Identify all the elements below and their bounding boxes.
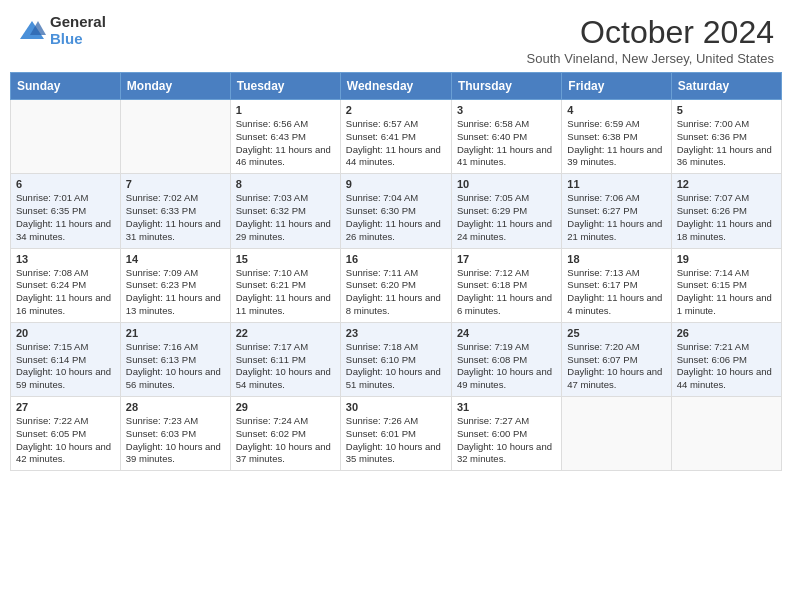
day-number: 16 [346,253,446,265]
calendar-cell: 10Sunrise: 7:05 AMSunset: 6:29 PMDayligh… [451,174,561,248]
day-number: 15 [236,253,335,265]
calendar-cell: 3Sunrise: 6:58 AMSunset: 6:40 PMDaylight… [451,100,561,174]
calendar-cell: 20Sunrise: 7:15 AMSunset: 6:14 PMDayligh… [11,322,121,396]
day-number: 14 [126,253,225,265]
month-title: October 2024 [527,14,774,51]
day-number: 20 [16,327,115,339]
calendar-cell [120,100,230,174]
day-number: 13 [16,253,115,265]
weekday-header-wednesday: Wednesday [340,73,451,100]
calendar-cell: 28Sunrise: 7:23 AMSunset: 6:03 PMDayligh… [120,397,230,471]
calendar-cell: 11Sunrise: 7:06 AMSunset: 6:27 PMDayligh… [562,174,671,248]
weekday-header-thursday: Thursday [451,73,561,100]
cell-info: Sunrise: 6:59 AMSunset: 6:38 PMDaylight:… [567,118,662,167]
calendar-cell: 19Sunrise: 7:14 AMSunset: 6:15 PMDayligh… [671,248,781,322]
day-number: 26 [677,327,776,339]
calendar-cell: 5Sunrise: 7:00 AMSunset: 6:36 PMDaylight… [671,100,781,174]
weekday-header-monday: Monday [120,73,230,100]
logo-general: General [50,14,106,31]
cell-info: Sunrise: 7:13 AMSunset: 6:17 PMDaylight:… [567,267,662,316]
weekday-header-row: SundayMondayTuesdayWednesdayThursdayFrid… [11,73,782,100]
calendar-cell: 30Sunrise: 7:26 AMSunset: 6:01 PMDayligh… [340,397,451,471]
calendar-header: SundayMondayTuesdayWednesdayThursdayFrid… [11,73,782,100]
location: South Vineland, New Jersey, United State… [527,51,774,66]
calendar-cell: 21Sunrise: 7:16 AMSunset: 6:13 PMDayligh… [120,322,230,396]
page-header: General Blue October 2024 South Vineland… [0,0,792,72]
calendar-cell: 29Sunrise: 7:24 AMSunset: 6:02 PMDayligh… [230,397,340,471]
logo-icon [18,17,46,45]
day-number: 21 [126,327,225,339]
calendar-body: 1Sunrise: 6:56 AMSunset: 6:43 PMDaylight… [11,100,782,471]
week-row-1: 1Sunrise: 6:56 AMSunset: 6:43 PMDaylight… [11,100,782,174]
day-number: 31 [457,401,556,413]
weekday-header-sunday: Sunday [11,73,121,100]
day-number: 27 [16,401,115,413]
day-number: 28 [126,401,225,413]
day-number: 10 [457,178,556,190]
calendar-cell: 13Sunrise: 7:08 AMSunset: 6:24 PMDayligh… [11,248,121,322]
cell-info: Sunrise: 7:16 AMSunset: 6:13 PMDaylight:… [126,341,221,390]
cell-info: Sunrise: 7:26 AMSunset: 6:01 PMDaylight:… [346,415,441,464]
calendar-cell: 23Sunrise: 7:18 AMSunset: 6:10 PMDayligh… [340,322,451,396]
weekday-header-tuesday: Tuesday [230,73,340,100]
day-number: 6 [16,178,115,190]
week-row-2: 6Sunrise: 7:01 AMSunset: 6:35 PMDaylight… [11,174,782,248]
week-row-5: 27Sunrise: 7:22 AMSunset: 6:05 PMDayligh… [11,397,782,471]
day-number: 5 [677,104,776,116]
calendar-cell: 12Sunrise: 7:07 AMSunset: 6:26 PMDayligh… [671,174,781,248]
cell-info: Sunrise: 7:11 AMSunset: 6:20 PMDaylight:… [346,267,441,316]
cell-info: Sunrise: 6:56 AMSunset: 6:43 PMDaylight:… [236,118,331,167]
calendar-container: SundayMondayTuesdayWednesdayThursdayFrid… [0,72,792,481]
day-number: 24 [457,327,556,339]
cell-info: Sunrise: 6:57 AMSunset: 6:41 PMDaylight:… [346,118,441,167]
week-row-3: 13Sunrise: 7:08 AMSunset: 6:24 PMDayligh… [11,248,782,322]
calendar-table: SundayMondayTuesdayWednesdayThursdayFrid… [10,72,782,471]
day-number: 22 [236,327,335,339]
day-number: 18 [567,253,665,265]
day-number: 7 [126,178,225,190]
calendar-cell: 4Sunrise: 6:59 AMSunset: 6:38 PMDaylight… [562,100,671,174]
day-number: 12 [677,178,776,190]
cell-info: Sunrise: 7:22 AMSunset: 6:05 PMDaylight:… [16,415,111,464]
cell-info: Sunrise: 7:02 AMSunset: 6:33 PMDaylight:… [126,192,221,241]
calendar-cell: 8Sunrise: 7:03 AMSunset: 6:32 PMDaylight… [230,174,340,248]
calendar-cell: 31Sunrise: 7:27 AMSunset: 6:00 PMDayligh… [451,397,561,471]
cell-info: Sunrise: 7:08 AMSunset: 6:24 PMDaylight:… [16,267,111,316]
day-number: 9 [346,178,446,190]
cell-info: Sunrise: 7:07 AMSunset: 6:26 PMDaylight:… [677,192,772,241]
cell-info: Sunrise: 7:05 AMSunset: 6:29 PMDaylight:… [457,192,552,241]
calendar-cell: 18Sunrise: 7:13 AMSunset: 6:17 PMDayligh… [562,248,671,322]
weekday-header-saturday: Saturday [671,73,781,100]
cell-info: Sunrise: 7:21 AMSunset: 6:06 PMDaylight:… [677,341,772,390]
calendar-cell: 16Sunrise: 7:11 AMSunset: 6:20 PMDayligh… [340,248,451,322]
day-number: 4 [567,104,665,116]
calendar-cell: 27Sunrise: 7:22 AMSunset: 6:05 PMDayligh… [11,397,121,471]
cell-info: Sunrise: 7:14 AMSunset: 6:15 PMDaylight:… [677,267,772,316]
calendar-cell: 2Sunrise: 6:57 AMSunset: 6:41 PMDaylight… [340,100,451,174]
cell-info: Sunrise: 7:09 AMSunset: 6:23 PMDaylight:… [126,267,221,316]
calendar-cell: 17Sunrise: 7:12 AMSunset: 6:18 PMDayligh… [451,248,561,322]
calendar-cell: 15Sunrise: 7:10 AMSunset: 6:21 PMDayligh… [230,248,340,322]
cell-info: Sunrise: 7:06 AMSunset: 6:27 PMDaylight:… [567,192,662,241]
calendar-cell: 6Sunrise: 7:01 AMSunset: 6:35 PMDaylight… [11,174,121,248]
calendar-cell: 1Sunrise: 6:56 AMSunset: 6:43 PMDaylight… [230,100,340,174]
cell-info: Sunrise: 7:27 AMSunset: 6:00 PMDaylight:… [457,415,552,464]
cell-info: Sunrise: 7:23 AMSunset: 6:03 PMDaylight:… [126,415,221,464]
cell-info: Sunrise: 7:19 AMSunset: 6:08 PMDaylight:… [457,341,552,390]
cell-info: Sunrise: 7:10 AMSunset: 6:21 PMDaylight:… [236,267,331,316]
day-number: 8 [236,178,335,190]
cell-info: Sunrise: 7:17 AMSunset: 6:11 PMDaylight:… [236,341,331,390]
calendar-cell: 7Sunrise: 7:02 AMSunset: 6:33 PMDaylight… [120,174,230,248]
cell-info: Sunrise: 7:04 AMSunset: 6:30 PMDaylight:… [346,192,441,241]
cell-info: Sunrise: 7:20 AMSunset: 6:07 PMDaylight:… [567,341,662,390]
cell-info: Sunrise: 7:12 AMSunset: 6:18 PMDaylight:… [457,267,552,316]
cell-info: Sunrise: 7:00 AMSunset: 6:36 PMDaylight:… [677,118,772,167]
logo: General Blue [18,14,106,47]
week-row-4: 20Sunrise: 7:15 AMSunset: 6:14 PMDayligh… [11,322,782,396]
day-number: 11 [567,178,665,190]
day-number: 23 [346,327,446,339]
calendar-cell [11,100,121,174]
title-block: October 2024 South Vineland, New Jersey,… [527,14,774,66]
weekday-header-friday: Friday [562,73,671,100]
day-number: 19 [677,253,776,265]
